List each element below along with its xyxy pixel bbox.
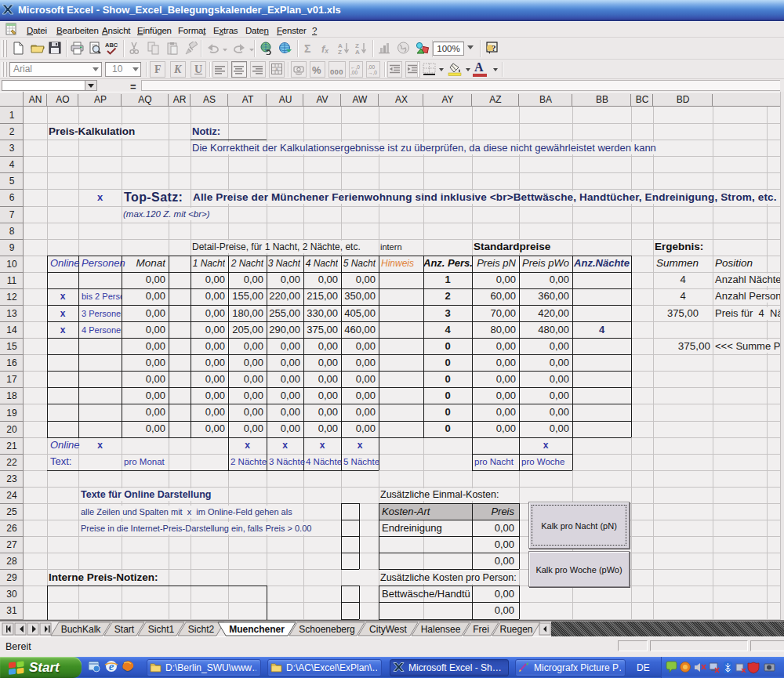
- svg-text:CityWest: CityWest: [369, 624, 407, 635]
- svg-text:23: 23: [6, 473, 17, 484]
- svg-text:AR: AR: [173, 94, 187, 105]
- svg-text:AP: AP: [94, 94, 107, 105]
- svg-text:BC: BC: [636, 94, 649, 105]
- svg-text:BuchKalk: BuchKalk: [61, 624, 102, 635]
- svg-text:16: 16: [6, 357, 17, 368]
- svg-text:AV: AV: [316, 94, 328, 105]
- svg-text:→,0: →,0: [368, 70, 377, 75]
- svg-text:15: 15: [6, 341, 17, 352]
- svg-text:20: 20: [6, 424, 17, 435]
- svg-text:Muenchener: Muenchener: [229, 624, 285, 635]
- svg-text:Sicht1: Sicht1: [148, 624, 175, 635]
- svg-text:ABC: ABC: [105, 42, 118, 49]
- svg-text:19: 19: [6, 408, 17, 419]
- svg-text:26: 26: [6, 523, 17, 534]
- svg-text:Z: Z: [338, 49, 342, 55]
- svg-text:12: 12: [6, 292, 17, 303]
- svg-text:Halensee: Halensee: [421, 624, 461, 635]
- svg-text:?: ?: [492, 43, 496, 53]
- svg-text:4: 4: [9, 159, 15, 170]
- svg-text:14: 14: [6, 324, 17, 335]
- svg-text:11: 11: [7, 275, 17, 286]
- svg-text:2: 2: [9, 126, 15, 137]
- svg-text:AN: AN: [29, 94, 42, 105]
- svg-text:A: A: [355, 49, 360, 55]
- svg-text:18: 18: [6, 390, 17, 401]
- svg-text:29: 29: [6, 572, 17, 583]
- svg-text:24: 24: [6, 490, 17, 501]
- svg-text:Sicht2: Sicht2: [188, 624, 215, 635]
- svg-text:←,0: ←,0: [350, 64, 360, 70]
- svg-text:6: 6: [9, 192, 15, 203]
- svg-text:25: 25: [6, 506, 17, 517]
- svg-text:AZ: AZ: [489, 94, 501, 105]
- svg-text:17: 17: [6, 374, 17, 385]
- svg-text:Start: Start: [114, 624, 135, 635]
- svg-text:9: 9: [9, 242, 15, 253]
- svg-text:BB: BB: [596, 94, 608, 105]
- svg-text:5: 5: [9, 176, 15, 187]
- svg-text:22: 22: [6, 457, 17, 468]
- svg-text:AX: AX: [395, 94, 408, 105]
- svg-text:3: 3: [9, 143, 15, 154]
- svg-text:BD: BD: [677, 94, 690, 105]
- svg-text:10: 10: [6, 259, 17, 270]
- svg-text:AS: AS: [203, 94, 216, 105]
- svg-text:BA: BA: [539, 94, 552, 105]
- svg-text:Schoeneberg: Schoeneberg: [299, 624, 354, 635]
- svg-text:e: e: [109, 660, 114, 673]
- svg-text:31: 31: [6, 605, 17, 616]
- svg-text:Ruegen: Ruegen: [499, 624, 532, 635]
- svg-text:AO: AO: [56, 94, 69, 105]
- svg-text:AW: AW: [353, 94, 368, 105]
- svg-text:,00: ,00: [350, 70, 358, 75]
- svg-text:AQ: AQ: [138, 94, 151, 105]
- svg-text:AY: AY: [441, 94, 453, 105]
- svg-text:13: 13: [6, 308, 17, 319]
- svg-text:1: 1: [9, 110, 15, 121]
- svg-text:30: 30: [6, 589, 17, 600]
- svg-text:7: 7: [9, 209, 15, 220]
- svg-text:Frei: Frei: [473, 624, 489, 635]
- svg-text:27: 27: [6, 539, 17, 550]
- svg-text:AU: AU: [279, 94, 292, 105]
- svg-text:AT: AT: [242, 94, 254, 105]
- svg-text:,00: ,00: [368, 64, 375, 70]
- svg-text:8: 8: [9, 226, 15, 237]
- svg-text:21: 21: [6, 441, 17, 451]
- svg-text:28: 28: [6, 556, 17, 567]
